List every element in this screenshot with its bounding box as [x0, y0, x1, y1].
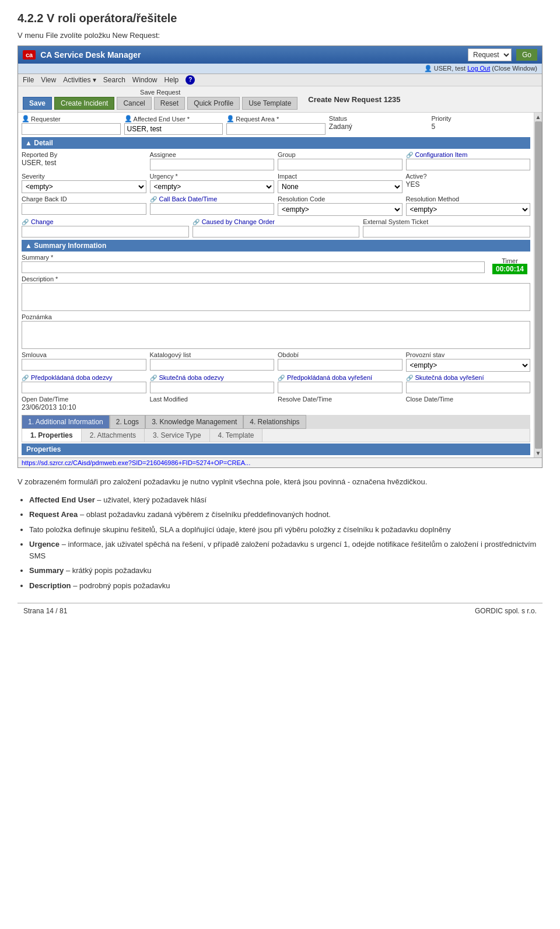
provozni-stav-select[interactable]: <empty>	[406, 359, 531, 372]
change-input[interactable]	[22, 226, 189, 238]
smlouva-input[interactable]	[22, 359, 146, 371]
bullet-text-5: – podrobný popis požadavku	[73, 581, 170, 590]
poznamka-group: Poznámka	[22, 313, 530, 349]
date-row2: Open Date/Time 23/06/2013 10:10 Last Mod…	[22, 396, 530, 411]
request-dropdown[interactable]: Request	[468, 48, 512, 61]
go-button[interactable]: Go	[516, 49, 537, 61]
skutecna-odezva-label[interactable]: Skutečná doba odezvy	[150, 374, 275, 381]
tabs-row2: 1. Properties 2. Attachments 3. Service …	[22, 429, 530, 442]
change-order-label[interactable]: Caused by Change Order	[192, 218, 360, 225]
assignee-input[interactable]	[150, 159, 275, 170]
external-ticket-input[interactable]	[363, 226, 530, 238]
toolbar: Save Request Save Create Incident Cancel…	[18, 86, 542, 113]
status-label: Status	[329, 115, 428, 122]
resolution-code-select[interactable]: <empty>	[278, 203, 402, 216]
reported-by-value: USER, test	[22, 159, 146, 167]
predpokladana-odezva-label[interactable]: Předpokládaná doba odezvy	[22, 374, 146, 381]
create-incident-button[interactable]: Create Incident	[54, 97, 114, 110]
top-fields-row: 👤 Requester 👤 Affected End User *	[22, 115, 530, 135]
tab-properties[interactable]: 1. Properties	[22, 429, 82, 442]
reported-by-group: Reported By USER, test	[22, 151, 146, 170]
menu-window[interactable]: Window	[132, 76, 158, 84]
menu-search[interactable]: Search	[103, 76, 125, 84]
priority-label: Priority	[431, 115, 530, 122]
call-back-input[interactable]	[150, 203, 275, 215]
tab-service-type[interactable]: 3. Service Type	[145, 429, 210, 442]
priority-value: 5	[431, 123, 530, 131]
detail-row1: Reported By USER, test Assignee Group Co…	[22, 151, 530, 170]
config-item-input[interactable]	[406, 159, 531, 170]
requester-input[interactable]	[22, 123, 121, 135]
skutecna-odezva-input[interactable]	[150, 382, 275, 393]
bullet-text-1: – oblast požadavku zadaná výběrem z číse…	[80, 510, 331, 519]
impact-label: Impact	[278, 173, 402, 180]
group-input[interactable]	[278, 159, 402, 170]
tab-knowledge-management[interactable]: 3. Knowledge Management	[145, 415, 243, 429]
tab-attachments[interactable]: 2. Attachments	[82, 429, 145, 442]
list-item-summary: Summary – krátký popis požadavku	[29, 565, 542, 577]
predpokladana-odezva-input[interactable]	[22, 382, 146, 393]
impact-group: Impact None	[278, 173, 402, 193]
tab-additional-information[interactable]: 1. Additional Information	[22, 415, 110, 429]
config-item-label[interactable]: Configuration Item	[406, 151, 531, 158]
poznamka-textarea[interactable]	[22, 321, 530, 349]
obdobi-input[interactable]	[278, 359, 402, 371]
skutecna-vyreseni-label[interactable]: Skutečná doba vyřešení	[406, 374, 531, 381]
charge-back-input[interactable]	[22, 203, 146, 215]
reset-button[interactable]: Reset	[154, 97, 185, 110]
summary-input[interactable]	[22, 261, 485, 273]
detail-section-header[interactable]: ▲ Detail	[22, 137, 530, 149]
urgency-select[interactable]: <empty>	[150, 180, 275, 193]
scrollbar[interactable]: ▲ ▼	[534, 113, 542, 457]
bullet-bold-3: Urgence	[29, 540, 60, 549]
status-value: Zadaný	[329, 123, 428, 131]
predpokladana-vyreseni-input[interactable]	[278, 382, 402, 393]
title-bar: ca CA Service Desk Manager Request Go	[18, 46, 542, 64]
bullet-bold-4: Summary	[29, 566, 64, 575]
open-date-label: Open Date/Time	[22, 396, 146, 403]
resolve-date-label: Resolve Date/Time	[278, 396, 402, 403]
save-button[interactable]: Save	[23, 97, 52, 110]
tab-logs[interactable]: 2. Logs	[110, 415, 145, 429]
katalogovy-list-label: Katalogový list	[150, 351, 275, 358]
menu-view[interactable]: View	[41, 76, 56, 84]
help-icon[interactable]: ?	[186, 75, 195, 85]
bullet-text-0: – uživatel, který požadavek hlásí	[97, 495, 206, 504]
use-template-button[interactable]: Use Template	[242, 97, 298, 110]
quick-profile-button[interactable]: Quick Profile	[187, 97, 240, 110]
skutecna-vyreseni-input[interactable]	[406, 382, 531, 393]
assignee-label: Assignee	[150, 151, 275, 158]
summary-section-header[interactable]: ▲ Summary Information	[22, 240, 530, 252]
change-order-input[interactable]	[192, 226, 360, 238]
menu-file[interactable]: File	[23, 76, 34, 84]
page-footer: Strana 14 / 81 GORDIC spol. s r.o.	[18, 603, 542, 619]
menu-activities[interactable]: Activities ▾	[63, 76, 96, 84]
form-main: 👤 Requester 👤 Affected End User *	[18, 113, 534, 457]
severity-select[interactable]: <empty>	[22, 180, 146, 193]
form-title: Create New Request 1235	[308, 95, 400, 104]
impact-select[interactable]: None	[278, 180, 402, 193]
urgency-group: Urgency * <empty>	[150, 173, 275, 193]
close-window-text[interactable]: (Close Window)	[492, 65, 537, 72]
status-group: Status Zadaný	[329, 115, 428, 135]
cancel-button[interactable]: Cancel	[117, 97, 151, 110]
smlouva-group: Smlouva	[22, 351, 146, 372]
list-item-tato: Tato položka definuje skupinu řešitelů, …	[29, 524, 542, 536]
change-label[interactable]: Change	[22, 218, 189, 225]
detail-row4: Change Caused by Change Order External S…	[22, 218, 530, 238]
tab-template[interactable]: 4. Template	[210, 429, 263, 442]
affected-end-user-input[interactable]	[124, 123, 223, 135]
logout-link[interactable]: Log Out	[467, 65, 490, 72]
call-back-label[interactable]: Call Back Date/Time	[150, 195, 275, 202]
last-modified-label: Last Modified	[150, 396, 275, 403]
request-area-input[interactable]	[226, 123, 326, 135]
predpokladana-vyreseni-label[interactable]: Předpokládaná doba vyřešení	[278, 374, 402, 381]
description-textarea[interactable]	[22, 283, 530, 311]
resolution-method-select[interactable]: <empty>	[406, 203, 531, 216]
last-modified-group: Last Modified	[150, 396, 275, 411]
katalogovy-list-input[interactable]	[150, 359, 275, 371]
tabs-row1: 1. Additional Information 2. Logs 3. Kno…	[22, 415, 530, 429]
tab-relationships[interactable]: 4. Relationships	[243, 415, 306, 429]
detail-section-label: ▲ Detail	[25, 139, 53, 147]
menu-help[interactable]: Help	[164, 76, 179, 84]
